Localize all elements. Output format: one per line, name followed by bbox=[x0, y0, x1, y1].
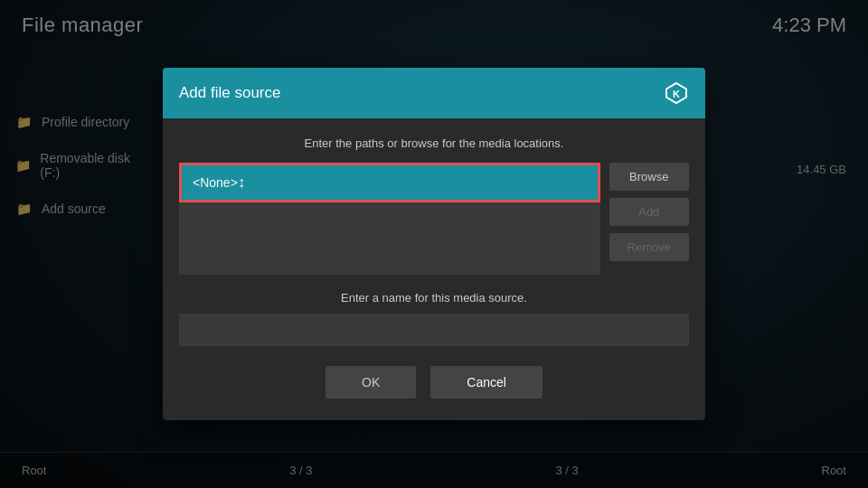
path-instruction: Enter the paths or browse for the media … bbox=[179, 136, 689, 150]
dialog-header: Add file source K bbox=[163, 68, 705, 118]
name-input[interactable] bbox=[179, 314, 689, 346]
add-button[interactable]: Add bbox=[609, 198, 689, 226]
svg-text:K: K bbox=[673, 89, 680, 99]
dialog-body: Enter the paths or browse for the media … bbox=[163, 118, 705, 420]
browse-button[interactable]: Browse bbox=[609, 163, 689, 191]
dialog-footer: OK Cancel bbox=[179, 366, 689, 402]
source-buttons: Browse Add Remove bbox=[609, 163, 689, 275]
cancel-button[interactable]: Cancel bbox=[430, 366, 542, 399]
source-input-area: <None> ↕ bbox=[179, 163, 600, 275]
source-input-empty bbox=[179, 202, 600, 275]
dialog-title: Add file source bbox=[179, 84, 280, 102]
remove-button[interactable]: Remove bbox=[609, 233, 689, 261]
source-path-selected[interactable]: <None> ↕ bbox=[179, 163, 600, 202]
ok-button[interactable]: OK bbox=[326, 366, 416, 399]
source-path-value: <None> bbox=[193, 175, 238, 190]
name-instruction: Enter a name for this media source. bbox=[179, 291, 689, 305]
source-row: <None> ↕ Browse Add Remove bbox=[179, 163, 689, 275]
cursor-indicator: ↕ bbox=[238, 174, 245, 191]
add-file-source-dialog: Add file source K Enter the paths or bro… bbox=[163, 68, 705, 420]
dialog-overlay: Add file source K Enter the paths or bro… bbox=[0, 0, 868, 488]
kodi-icon: K bbox=[664, 80, 689, 106]
name-section: Enter a name for this media source. bbox=[179, 291, 689, 346]
